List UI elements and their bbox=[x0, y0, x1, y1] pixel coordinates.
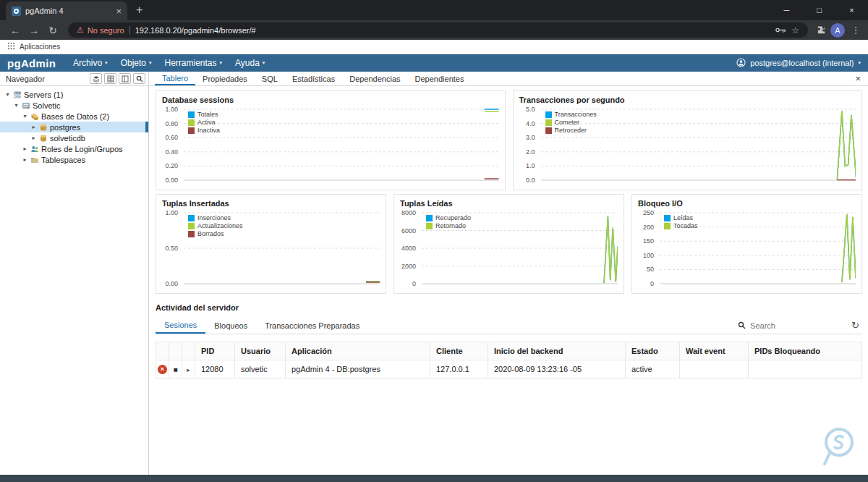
status-bar bbox=[0, 475, 868, 482]
chart-title: Tuplas Insertadas bbox=[156, 195, 386, 208]
apps-grid-icon[interactable] bbox=[7, 42, 15, 51]
new-tab-button[interactable]: + bbox=[136, 4, 142, 17]
y-tick-label: 150 bbox=[643, 237, 654, 245]
legend-swatch bbox=[188, 119, 195, 126]
menu-herramientas[interactable]: Herramientas ▾ bbox=[165, 58, 223, 68]
forward-icon[interactable]: → bbox=[25, 25, 43, 36]
chart-tuples-read: Tuplas Leídas 80006000400020000 Recupera… bbox=[393, 194, 624, 294]
terminate-session-icon[interactable]: ■ bbox=[173, 365, 177, 373]
expand-row-icon[interactable]: ▸ bbox=[187, 366, 190, 373]
columns-button[interactable] bbox=[119, 73, 131, 84]
tree-item-label: Solvetic bbox=[33, 101, 61, 110]
tree-item-tablespaces[interactable]: ▸ Tablespaces bbox=[0, 154, 148, 165]
y-tick-label: 5.0 bbox=[526, 106, 535, 113]
scrollbar-thumb[interactable] bbox=[145, 122, 148, 132]
table-row[interactable]: × ■ ▸ 12080 solvetic pgAdmin 4 - DB:post… bbox=[156, 360, 862, 379]
bookmark-star-icon[interactable]: ☆ bbox=[791, 25, 799, 35]
address-bar[interactable]: ⚠ No seguro 192.168.0.20/pgadmin4/browse… bbox=[68, 22, 808, 38]
legend-label: Cometer bbox=[555, 119, 580, 126]
legend-label: Tocadas bbox=[673, 222, 698, 229]
menu-objeto[interactable]: Objeto ▾ bbox=[121, 58, 152, 68]
y-tick-label: 2.0 bbox=[526, 148, 535, 156]
chevron-down-icon[interactable]: ▾ bbox=[4, 91, 11, 98]
tree-item-label: Tablespaces bbox=[41, 156, 85, 164]
close-window-button[interactable]: × bbox=[835, 0, 868, 20]
header-aplicacion: Aplicación bbox=[286, 342, 430, 360]
minimize-button[interactable]: ─ bbox=[770, 0, 803, 20]
chevron-right-icon[interactable]: ▸ bbox=[30, 135, 37, 141]
back-icon[interactable]: ← bbox=[6, 25, 25, 36]
legend-swatch bbox=[188, 231, 195, 237]
tab-bloqueos[interactable]: Bloqueos bbox=[205, 318, 256, 333]
browser-menu-icon[interactable]: ⋮ bbox=[849, 25, 862, 35]
tab-sesiones[interactable]: Sesiones bbox=[156, 317, 205, 334]
tree-item-label: Servers (1) bbox=[24, 90, 63, 99]
header-estado: Estado bbox=[626, 342, 680, 360]
tree-item-solveticdb[interactable]: ▸ solveticdb bbox=[0, 132, 148, 143]
tab-dependientes[interactable]: Dependientes bbox=[408, 72, 472, 85]
cell-aplicacion: pgAdmin 4 - DB:postgres bbox=[286, 360, 430, 379]
tab-dependencias[interactable]: Dependencias bbox=[342, 72, 407, 85]
legend-item: Totales bbox=[188, 111, 220, 118]
chart-plot bbox=[184, 109, 499, 181]
chart-lines bbox=[184, 109, 499, 181]
maximize-button[interactable]: □ bbox=[803, 0, 835, 20]
pgadmin-logo[interactable]: pgAdmin bbox=[7, 57, 56, 69]
browser-tab[interactable]: pgAdmin 4 × bbox=[6, 1, 127, 20]
bookmarks-apps-label[interactable]: Aplicaciones bbox=[20, 43, 60, 51]
legend-label: Borrados bbox=[197, 230, 224, 237]
header-usuario: Usuario bbox=[235, 342, 286, 360]
tab-tablero[interactable]: Tablero bbox=[155, 72, 195, 85]
tablespaces-icon bbox=[30, 156, 39, 164]
y-tick-label: 100 bbox=[643, 252, 654, 259]
cancel-session-icon[interactable]: × bbox=[158, 365, 167, 374]
chevron-down-icon[interactable]: ▾ bbox=[13, 102, 20, 109]
chevron-right-icon[interactable]: ▸ bbox=[22, 145, 28, 152]
grid-view-button[interactable] bbox=[104, 73, 116, 84]
tab-transacciones-preparadas[interactable]: Transacciones Preparadas bbox=[256, 318, 368, 333]
tab-estadisticas[interactable]: Estadísticas bbox=[285, 72, 342, 85]
tree-item-roles[interactable]: ▸ Roles de Login/Grupos bbox=[0, 143, 148, 154]
cell-wait-event bbox=[680, 360, 749, 379]
key-icon[interactable] bbox=[775, 27, 786, 33]
user-menu[interactable]: postgres@localhost (internal) ▾ bbox=[736, 58, 861, 69]
reload-icon[interactable]: ↻ bbox=[43, 25, 62, 36]
cell-pid: 12080 bbox=[195, 360, 235, 379]
tree-item-solvetic-server[interactable]: ▾ Solvetic bbox=[0, 100, 148, 111]
extensions-icon[interactable] bbox=[817, 25, 826, 35]
search-input[interactable] bbox=[750, 321, 844, 330]
tree-item-databases[interactable]: ▾ Bases de Datos (2) bbox=[0, 111, 148, 122]
layers-button[interactable] bbox=[90, 73, 102, 84]
refresh-icon[interactable]: ↻ bbox=[844, 320, 862, 331]
y-tick-label: 250 bbox=[643, 209, 654, 216]
y-tick-label: 200 bbox=[643, 224, 654, 231]
tab-propiedades[interactable]: Propiedades bbox=[195, 72, 255, 85]
panel-close-icon[interactable]: × bbox=[848, 72, 868, 85]
browser-avatar[interactable]: A bbox=[830, 23, 845, 38]
tree-item-label: postgres bbox=[50, 123, 80, 132]
y-tick-label: 50 bbox=[647, 266, 654, 273]
menu-ayuda[interactable]: Ayuda ▾ bbox=[235, 58, 265, 68]
tab-close-icon[interactable]: × bbox=[116, 6, 122, 17]
legend-label: Leídas bbox=[673, 214, 693, 221]
series-line-cometer bbox=[837, 111, 856, 179]
chevron-right-icon[interactable]: ▸ bbox=[30, 124, 37, 130]
security-warning[interactable]: ⚠ No seguro bbox=[77, 25, 124, 35]
chart-legend: RecuperadoRetornado bbox=[426, 214, 471, 230]
screen: pgAdmin 4 × + ─ □ × ← → ↻ ⚠ No seguro 19… bbox=[0, 0, 868, 482]
tree-search-button[interactable] bbox=[133, 73, 145, 84]
header-cliente: Cliente bbox=[430, 342, 488, 360]
menu-archivo[interactable]: Archivo ▾ bbox=[73, 58, 108, 68]
tab-sql[interactable]: SQL bbox=[255, 72, 285, 85]
chevron-down-icon[interactable]: ▾ bbox=[22, 113, 28, 119]
legend-swatch bbox=[426, 223, 433, 229]
chevron-right-icon[interactable]: ▸ bbox=[22, 156, 28, 163]
roles-icon bbox=[30, 145, 39, 153]
main-tab-bar: Tablero Propiedades SQL Estadísticas Dep… bbox=[149, 72, 868, 85]
security-warning-label: No seguro bbox=[88, 26, 124, 35]
tree-item-postgres[interactable]: ▸ postgres bbox=[0, 122, 148, 132]
tree-item-servers[interactable]: ▾ Servers (1) bbox=[0, 89, 148, 100]
cell-inicio: 2020-08-09 13:23:16 -05 bbox=[488, 360, 626, 379]
url-text[interactable]: 192.168.0.20/pgadmin4/browser/# bbox=[135, 26, 256, 35]
header-pids-bloqueando: PIDs Bloqueando bbox=[749, 342, 862, 360]
